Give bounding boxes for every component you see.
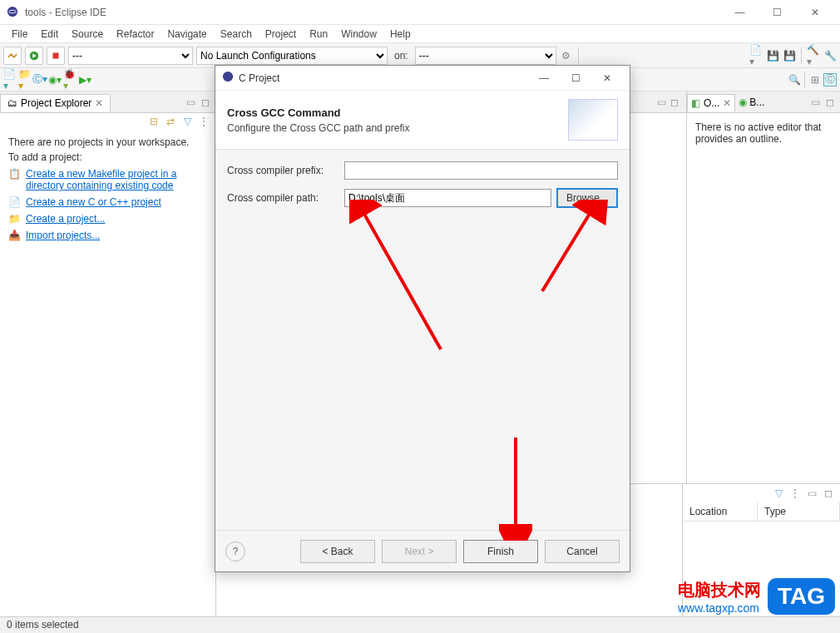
build-dropdown-icon[interactable]: 🔨▾: [807, 49, 820, 62]
window-title: tools - Eclipse IDE: [25, 7, 721, 18]
cancel-button[interactable]: Cancel: [545, 540, 620, 563]
link-create-project[interactable]: Create a project...: [26, 213, 105, 225]
eclipse-icon: [222, 71, 234, 85]
project-explorer-view: 🗂 Project Explorer ✕ ▭ ◻ ⊟ ⇄ ▽ ⋮ There a…: [0, 91, 216, 616]
build-targets-tab[interactable]: ◉ B...: [735, 94, 768, 111]
view-menu-icon[interactable]: ⋮: [197, 115, 210, 128]
prefix-input[interactable]: [344, 161, 618, 180]
run-button[interactable]: [25, 47, 43, 65]
menu-search[interactable]: Search: [214, 27, 259, 42]
watermark-tag: TAG: [768, 578, 835, 615]
new-class-icon[interactable]: Ⓒ▾: [33, 73, 47, 87]
menu-project[interactable]: Project: [259, 27, 303, 42]
c-project-dialog: C Project — ☐ ✕ Cross GCC Command Config…: [215, 65, 630, 572]
save-icon[interactable]: 💾: [766, 49, 779, 62]
new-project-icon: 📁: [8, 213, 21, 225]
close-button[interactable]: ✕: [796, 0, 833, 25]
outline-empty-msg: There is no active editor that provides …: [695, 121, 832, 145]
svg-rect-3: [53, 52, 59, 58]
prefix-label: Cross compiler prefix:: [227, 165, 339, 176]
new-dropdown-icon[interactable]: 📄▾: [749, 49, 763, 62]
tools-icon[interactable]: 🔧: [823, 49, 837, 62]
filter-icon[interactable]: ▽: [180, 115, 194, 128]
minimize-view-icon[interactable]: ▭: [184, 96, 197, 109]
link-create-makefile[interactable]: Create a new Makefile project in a direc…: [26, 168, 207, 191]
empty-workspace-msg1: There are no projects in your workspace.: [8, 136, 207, 148]
outline-max-icon[interactable]: ◻: [823, 96, 837, 109]
link-editor-icon[interactable]: ⇄: [164, 115, 177, 128]
build-button[interactable]: [3, 47, 22, 65]
col-type[interactable]: Type: [758, 502, 840, 521]
stop-button[interactable]: [47, 47, 65, 65]
menu-navigate[interactable]: Navigate: [161, 27, 213, 42]
next-button: Next >: [382, 540, 457, 563]
link-import-projects[interactable]: Import projects...: [26, 230, 100, 241]
menu-source[interactable]: Source: [65, 27, 110, 42]
dialog-minimize-button[interactable]: —: [528, 67, 560, 90]
debug-config-dropdown[interactable]: ---: [68, 47, 193, 65]
c-perspective-icon[interactable]: Ⓒ: [823, 73, 837, 87]
project-explorer-tab[interactable]: 🗂 Project Explorer ✕: [0, 94, 111, 111]
outline-close-icon[interactable]: ✕: [723, 97, 731, 109]
watermark-cn: 电脑技术网: [678, 579, 761, 601]
menu-edit[interactable]: Edit: [34, 27, 65, 42]
problems-filter-icon[interactable]: ▽: [772, 487, 785, 500]
c-project-icon: 📄: [8, 196, 21, 208]
search-icon[interactable]: 🔍: [788, 73, 801, 87]
open-perspective-icon[interactable]: ⊞: [808, 73, 822, 87]
problems-max-icon[interactable]: ◻: [822, 487, 835, 500]
new-folder-icon[interactable]: 📁▾: [18, 73, 32, 87]
dialog-maximize-button[interactable]: ☐: [560, 67, 591, 90]
target-icon: ◉: [739, 96, 747, 108]
help-button[interactable]: ?: [225, 542, 245, 561]
dialog-subheading: Configure the Cross GCC path and prefix: [227, 122, 568, 134]
outline-tab[interactable]: ◧ O... ✕: [687, 94, 735, 111]
build-tab-label: B...: [749, 96, 764, 108]
collapse-all-icon[interactable]: ⊟: [147, 115, 161, 128]
col-location[interactable]: Location: [683, 502, 758, 521]
project-explorer-tab-label: Project Explorer: [21, 97, 91, 109]
statusbar: 0 items selected: [0, 616, 840, 633]
watermark: 电脑技术网 www.tagxp.com TAG: [678, 578, 835, 615]
problems-menu-icon[interactable]: ⋮: [788, 487, 802, 500]
save-all-icon[interactable]: 💾: [783, 49, 796, 62]
outline-icon: ◧: [691, 97, 700, 109]
debug-icon[interactable]: 🐞▾: [63, 73, 77, 87]
dialog-close-button[interactable]: ✕: [591, 67, 623, 90]
run-dropdown-icon[interactable]: ▶▾: [78, 73, 91, 87]
new-c-icon[interactable]: 📄▾: [3, 73, 17, 87]
menu-help[interactable]: Help: [383, 27, 418, 42]
back-button[interactable]: < Back: [300, 540, 375, 563]
gear-icon[interactable]: ⚙: [560, 49, 573, 62]
link-create-c-project[interactable]: Create a new C or C++ project: [26, 196, 161, 208]
launch-config-dropdown[interactable]: No Launch Configurations: [196, 47, 388, 65]
tab-close-icon[interactable]: ✕: [95, 97, 103, 109]
menu-file[interactable]: File: [5, 27, 34, 42]
outline-tab-label: O...: [704, 97, 719, 109]
browse-button[interactable]: Browse...: [556, 188, 618, 208]
new-target-icon[interactable]: ◉▾: [48, 73, 62, 87]
editor-minimize-icon[interactable]: ▭: [655, 96, 668, 109]
status-text: 0 items selected: [7, 619, 79, 631]
menu-refactor[interactable]: Refactor: [110, 27, 161, 42]
maximize-view-icon[interactable]: ◻: [199, 96, 212, 109]
import-icon: 📥: [8, 230, 21, 241]
minimize-button[interactable]: —: [721, 0, 758, 25]
maximize-button[interactable]: ☐: [758, 0, 796, 25]
watermark-url: www.tagxp.com: [678, 601, 761, 615]
problems-min-icon[interactable]: ▭: [805, 487, 818, 500]
dialog-title: C Project: [239, 72, 528, 84]
eclipse-icon: [7, 6, 20, 19]
makefile-icon: 📋: [8, 168, 21, 180]
outline-min-icon[interactable]: ▭: [808, 96, 822, 109]
on-label: on:: [391, 50, 412, 62]
finish-button[interactable]: Finish: [463, 540, 538, 563]
svg-point-4: [223, 72, 233, 82]
menu-window[interactable]: Window: [334, 27, 383, 42]
wizard-banner-icon: [568, 99, 618, 141]
path-input[interactable]: [344, 189, 551, 207]
target-dropdown[interactable]: ---: [415, 47, 556, 65]
menu-run[interactable]: Run: [303, 27, 334, 42]
dialog-heading: Cross GCC Command: [227, 106, 568, 119]
editor-maximize-icon[interactable]: ◻: [668, 96, 681, 109]
